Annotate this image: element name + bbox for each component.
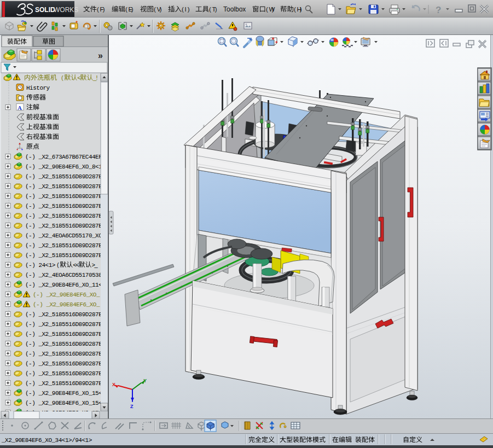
svg-text:!: ! — [96, 74, 98, 81]
svg-text:(-) _X2_90E84EF6_XO_8<1: (-) _X2_90E84EF6_XO_8<1 — [25, 164, 102, 170]
svg-text:»: » — [98, 51, 103, 60]
svg-text:Y: Y — [143, 378, 147, 383]
svg-text:(: ( — [125, 6, 127, 13]
svg-text:(-) 24<1>: (-) 24<1> — [25, 262, 55, 269]
svg-text:(-) _X2_5185516D89D287B: (-) _X2_5185516D89D287B — [25, 380, 102, 387]
svg-text:(-) _X2_90E84EF6_XO_11<: (-) _X2_90E84EF6_XO_11< — [25, 282, 102, 288]
svg-text:(-) _X2_90E84EF6_XO_: (-) _X2_90E84EF6_XO_ — [33, 301, 100, 308]
svg-text:(-) _X2_5185516D89D287B: (-) _X2_5185516D89D287B — [25, 183, 102, 190]
svg-text:I: I — [184, 6, 186, 13]
svg-text:(: ( — [97, 6, 99, 13]
svg-text:(-) _X2_4EOA6CD55170538: (-) _X2_4EOA6CD55170538 — [25, 272, 102, 278]
svg-text:(-) _X2_5185516D89D287B: (-) _X2_5185516D89D287B — [25, 203, 102, 210]
svg-text:(: ( — [266, 6, 268, 13]
svg-text:(: ( — [57, 261, 59, 268]
svg-text:(-) _X2_90E84EF6_XO_15<: (-) _X2_90E84EF6_XO_15< — [25, 390, 102, 397]
svg-text:(: ( — [154, 6, 156, 13]
svg-text:(-) _X2_5185516D89D287B: (-) _X2_5185516D89D287B — [25, 213, 102, 219]
svg-text:(-) _X2_4EOA6CD55170_XO: (-) _X2_4EOA6CD55170_XO — [25, 232, 102, 239]
svg-text:(-) _X2_5185516D89D287B: (-) _X2_5185516D89D287B — [25, 351, 102, 357]
svg-text:): ) — [103, 6, 105, 13]
svg-text:(: ( — [294, 6, 296, 13]
svg-text:(-) _X2_5185516D89D287B: (-) _X2_5185516D89D287B — [25, 242, 102, 249]
svg-text:_X2_90E84EF6_XO_34<1>/94<1>: _X2_90E84EF6_XO_34<1>/94<1> — [1, 437, 92, 444]
svg-text:): ) — [131, 6, 134, 13]
svg-text:(-) _X2_5185516D89D287B: (-) _X2_5185516D89D287B — [25, 193, 102, 200]
svg-text:(-) _X2_5185516D89D287B: (-) _X2_5185516D89D287B — [25, 173, 102, 180]
svg-text:): ) — [188, 6, 190, 13]
svg-text:_: _ — [94, 261, 98, 268]
svg-text:(: ( — [61, 74, 63, 81]
svg-text:(: ( — [209, 6, 211, 13]
svg-text:Z: Z — [130, 404, 134, 409]
svg-text:(-) _X2_90E84EF6_XO_15<: (-) _X2_90E84EF6_XO_15< — [25, 400, 102, 406]
svg-text:?: ? — [436, 5, 441, 15]
svg-text:(-) _X2_673A67B67EC44EF: (-) _X2_673A67B67EC44EF — [25, 154, 102, 160]
svg-text:X: X — [112, 382, 115, 387]
svg-text:(-) _X2_90E84EF6_XO_: (-) _X2_90E84EF6_XO_ — [33, 292, 100, 298]
svg-text:WORKS: WORKS — [54, 6, 78, 14]
svg-text:(-) _X2_5185516D89D287B: (-) _X2_5185516D89D287B — [25, 341, 102, 347]
svg-text:(-) _X2_5185516D89D287B: (-) _X2_5185516D89D287B — [25, 360, 102, 367]
svg-text:<: < — [77, 74, 80, 81]
svg-text:(-) _X2_5185516D89D287B: (-) _X2_5185516D89D287B — [25, 252, 102, 259]
svg-text:(-) _X2_5185516D89D287B: (-) _X2_5185516D89D287B — [25, 370, 102, 377]
svg-text:): ) — [272, 6, 274, 13]
svg-text:<: < — [76, 261, 79, 268]
svg-text:History: History — [26, 85, 50, 91]
svg-text:SOLID: SOLID — [35, 6, 55, 14]
svg-text:A: A — [18, 104, 22, 111]
svg-text:): ) — [160, 6, 162, 13]
svg-text:Toolbox: Toolbox — [223, 5, 246, 13]
svg-text:(: ( — [182, 6, 184, 13]
svg-text:(-) _X2_5185516D89D287B: (-) _X2_5185516D89D287B — [25, 311, 102, 318]
svg-text:(-) _X2_5185516D89D287B: (-) _X2_5185516D89D287B — [25, 223, 102, 229]
svg-text:): ) — [300, 6, 302, 13]
svg-text:(-) _X2_5185516D89D287B: (-) _X2_5185516D89D287B — [25, 321, 102, 328]
svg-text:): ) — [215, 6, 217, 13]
svg-text:(-) _X2_5185516D89D287B: (-) _X2_5185516D89D287B — [25, 331, 102, 338]
